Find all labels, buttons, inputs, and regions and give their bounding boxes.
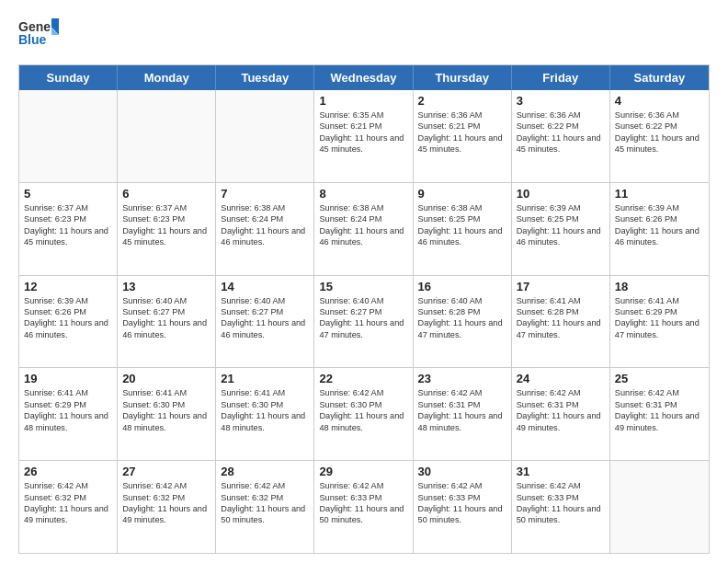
cell-day-number: 20 [122, 372, 210, 385]
cell-info: Sunrise: 6:42 AM Sunset: 6:30 PM Dayligh… [319, 387, 407, 433]
logo: GeneralBlue [18, 15, 59, 55]
calendar-cell: 5Sunrise: 6:37 AM Sunset: 6:23 PM Daylig… [19, 183, 118, 275]
calendar-cell: 21Sunrise: 6:41 AM Sunset: 6:30 PM Dayli… [216, 368, 314, 460]
calendar-cell: 24Sunrise: 6:42 AM Sunset: 6:31 PM Dayli… [512, 368, 610, 460]
cell-info: Sunrise: 6:40 AM Sunset: 6:28 PM Dayligh… [418, 295, 506, 341]
calendar-cell: 10Sunrise: 6:39 AM Sunset: 6:25 PM Dayli… [512, 183, 610, 275]
calendar-week-1: 1Sunrise: 6:35 AM Sunset: 6:21 PM Daylig… [19, 90, 709, 182]
cell-day-number: 15 [319, 280, 407, 293]
cell-info: Sunrise: 6:41 AM Sunset: 6:29 PM Dayligh… [615, 295, 704, 341]
cell-day-number: 19 [24, 372, 112, 385]
cell-info: Sunrise: 6:37 AM Sunset: 6:23 PM Dayligh… [122, 202, 210, 248]
calendar-cell: 1Sunrise: 6:35 AM Sunset: 6:21 PM Daylig… [314, 90, 413, 182]
calendar-cell: 8Sunrise: 6:38 AM Sunset: 6:24 PM Daylig… [314, 183, 413, 275]
cell-info: Sunrise: 6:42 AM Sunset: 6:33 PM Dayligh… [319, 480, 407, 526]
cell-info: Sunrise: 6:38 AM Sunset: 6:24 PM Dayligh… [221, 202, 309, 248]
day-header-thursday: Thursday [414, 65, 512, 90]
calendar-week-4: 19Sunrise: 6:41 AM Sunset: 6:29 PM Dayli… [19, 367, 709, 460]
calendar-cell: 3Sunrise: 6:36 AM Sunset: 6:22 PM Daylig… [512, 90, 610, 182]
calendar-cell: 22Sunrise: 6:42 AM Sunset: 6:30 PM Dayli… [314, 368, 413, 460]
calendar-cell [610, 461, 709, 553]
calendar-cell [118, 90, 216, 182]
cell-info: Sunrise: 6:41 AM Sunset: 6:30 PM Dayligh… [221, 387, 309, 433]
cell-day-number: 1 [319, 94, 407, 108]
calendar-cell: 18Sunrise: 6:41 AM Sunset: 6:29 PM Dayli… [610, 276, 709, 368]
cell-info: Sunrise: 6:42 AM Sunset: 6:32 PM Dayligh… [221, 480, 309, 526]
cell-day-number: 13 [122, 280, 210, 293]
calendar-cell: 6Sunrise: 6:37 AM Sunset: 6:23 PM Daylig… [118, 183, 216, 275]
cell-day-number: 8 [319, 187, 407, 201]
cell-info: Sunrise: 6:36 AM Sunset: 6:22 PM Dayligh… [615, 109, 704, 155]
cell-day-number: 12 [24, 280, 112, 293]
cell-info: Sunrise: 6:35 AM Sunset: 6:21 PM Dayligh… [319, 109, 407, 155]
cell-info: Sunrise: 6:41 AM Sunset: 6:28 PM Dayligh… [517, 295, 605, 341]
logo-svg: GeneralBlue [18, 15, 59, 55]
calendar-week-3: 12Sunrise: 6:39 AM Sunset: 6:26 PM Dayli… [19, 275, 709, 368]
cell-info: Sunrise: 6:41 AM Sunset: 6:29 PM Dayligh… [24, 387, 112, 433]
cell-day-number: 11 [615, 187, 704, 201]
day-header-friday: Friday [512, 65, 610, 90]
cell-info: Sunrise: 6:36 AM Sunset: 6:22 PM Dayligh… [517, 109, 605, 155]
calendar-cell: 15Sunrise: 6:40 AM Sunset: 6:27 PM Dayli… [314, 276, 413, 368]
cell-day-number: 31 [517, 465, 605, 478]
svg-text:Blue: Blue [18, 32, 47, 47]
cell-info: Sunrise: 6:39 AM Sunset: 6:26 PM Dayligh… [24, 295, 112, 341]
day-header-wednesday: Wednesday [314, 65, 413, 90]
page: GeneralBlue SundayMondayTuesdayWednesday… [0, 0, 728, 563]
cell-info: Sunrise: 6:40 AM Sunset: 6:27 PM Dayligh… [221, 295, 309, 341]
calendar-week-2: 5Sunrise: 6:37 AM Sunset: 6:23 PM Daylig… [19, 182, 709, 275]
cell-day-number: 7 [221, 187, 309, 201]
calendar-cell: 4Sunrise: 6:36 AM Sunset: 6:22 PM Daylig… [610, 90, 709, 182]
cell-info: Sunrise: 6:37 AM Sunset: 6:23 PM Dayligh… [24, 202, 112, 248]
calendar-cell: 30Sunrise: 6:42 AM Sunset: 6:33 PM Dayli… [414, 461, 512, 553]
cell-day-number: 23 [418, 372, 506, 385]
cell-info: Sunrise: 6:42 AM Sunset: 6:33 PM Dayligh… [418, 480, 506, 526]
cell-day-number: 22 [319, 372, 407, 385]
cell-day-number: 28 [221, 465, 309, 478]
calendar-cell: 28Sunrise: 6:42 AM Sunset: 6:32 PM Dayli… [216, 461, 314, 553]
cell-info: Sunrise: 6:42 AM Sunset: 6:31 PM Dayligh… [418, 387, 506, 433]
cell-day-number: 2 [418, 94, 506, 108]
calendar-cell: 31Sunrise: 6:42 AM Sunset: 6:33 PM Dayli… [512, 461, 610, 553]
calendar-header: SundayMondayTuesdayWednesdayThursdayFrid… [19, 65, 709, 90]
calendar-cell: 9Sunrise: 6:38 AM Sunset: 6:25 PM Daylig… [414, 183, 512, 275]
calendar-cell: 23Sunrise: 6:42 AM Sunset: 6:31 PM Dayli… [414, 368, 512, 460]
day-header-tuesday: Tuesday [216, 65, 314, 90]
calendar-body: 1Sunrise: 6:35 AM Sunset: 6:21 PM Daylig… [19, 90, 709, 553]
cell-info: Sunrise: 6:41 AM Sunset: 6:30 PM Dayligh… [122, 387, 210, 433]
cell-day-number: 5 [24, 187, 112, 201]
calendar-cell: 14Sunrise: 6:40 AM Sunset: 6:27 PM Dayli… [216, 276, 314, 368]
cell-day-number: 3 [517, 94, 605, 108]
cell-info: Sunrise: 6:36 AM Sunset: 6:21 PM Dayligh… [418, 109, 506, 155]
day-header-monday: Monday [118, 65, 216, 90]
cell-info: Sunrise: 6:40 AM Sunset: 6:27 PM Dayligh… [319, 295, 407, 341]
calendar-week-5: 26Sunrise: 6:42 AM Sunset: 6:32 PM Dayli… [19, 460, 709, 553]
cell-info: Sunrise: 6:38 AM Sunset: 6:25 PM Dayligh… [418, 202, 506, 248]
cell-day-number: 29 [319, 465, 407, 478]
cell-info: Sunrise: 6:42 AM Sunset: 6:32 PM Dayligh… [24, 480, 112, 526]
cell-day-number: 24 [517, 372, 605, 385]
calendar-cell: 26Sunrise: 6:42 AM Sunset: 6:32 PM Dayli… [19, 461, 118, 553]
cell-info: Sunrise: 6:42 AM Sunset: 6:33 PM Dayligh… [517, 480, 605, 526]
calendar-cell: 17Sunrise: 6:41 AM Sunset: 6:28 PM Dayli… [512, 276, 610, 368]
cell-day-number: 4 [615, 94, 704, 108]
calendar-cell: 19Sunrise: 6:41 AM Sunset: 6:29 PM Dayli… [19, 368, 118, 460]
calendar-cell: 2Sunrise: 6:36 AM Sunset: 6:21 PM Daylig… [414, 90, 512, 182]
cell-day-number: 14 [221, 280, 309, 293]
calendar-cell: 29Sunrise: 6:42 AM Sunset: 6:33 PM Dayli… [314, 461, 413, 553]
cell-day-number: 25 [615, 372, 704, 385]
cell-day-number: 6 [122, 187, 210, 201]
cell-info: Sunrise: 6:39 AM Sunset: 6:25 PM Dayligh… [517, 202, 605, 248]
cell-day-number: 21 [221, 372, 309, 385]
cell-info: Sunrise: 6:42 AM Sunset: 6:32 PM Dayligh… [122, 480, 210, 526]
cell-day-number: 18 [615, 280, 704, 293]
cell-day-number: 30 [418, 465, 506, 478]
day-header-sunday: Sunday [19, 65, 118, 90]
cell-day-number: 17 [517, 280, 605, 293]
cell-info: Sunrise: 6:42 AM Sunset: 6:31 PM Dayligh… [615, 387, 704, 433]
calendar-cell [216, 90, 314, 182]
cell-day-number: 16 [418, 280, 506, 293]
calendar-cell: 27Sunrise: 6:42 AM Sunset: 6:32 PM Dayli… [118, 461, 216, 553]
calendar-cell: 25Sunrise: 6:42 AM Sunset: 6:31 PM Dayli… [610, 368, 709, 460]
calendar-cell [19, 90, 118, 182]
